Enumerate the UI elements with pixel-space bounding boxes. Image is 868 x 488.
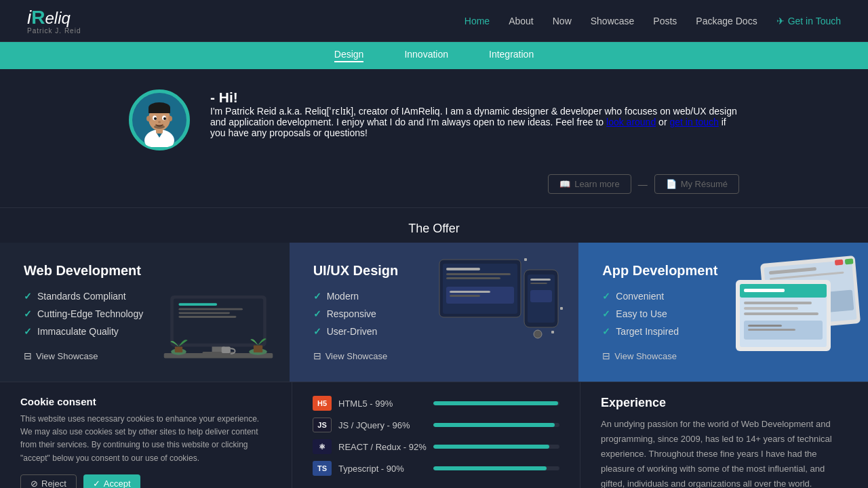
svg-rect-44 [530, 283, 547, 284]
avatar-image [132, 93, 186, 147]
svg-rect-39 [450, 295, 480, 297]
navigation: i R eliq Patrick J. Reid Home About Now … [0, 0, 868, 42]
experience-body: An undying passion for the world of Web … [601, 417, 848, 488]
svg-rect-24 [178, 308, 242, 310]
web-dev-illustration [161, 283, 283, 368]
svg-rect-38 [450, 291, 490, 293]
accept-icon: ✓ [93, 479, 100, 488]
svg-rect-25 [178, 312, 230, 314]
skill-react-label: REACT / Redux - 92% [338, 442, 427, 452]
tab-integration[interactable]: Integration [489, 49, 534, 62]
svg-rect-64 [748, 325, 782, 327]
book-icon: 📖 [559, 179, 570, 189]
svg-rect-61 [744, 307, 798, 310]
cookie-title: Cookie consent [20, 396, 271, 407]
skill-js-bar-bg [433, 423, 559, 427]
tab-innovation[interactable]: Innovation [404, 49, 448, 62]
svg-rect-28 [174, 347, 182, 352]
hero-bio: I'm Patrick Reid a.k.a. Reliq[ˈrɛlɪk], c… [210, 106, 739, 138]
reject-button[interactable]: ⊘ Reject [20, 474, 77, 488]
separator: — [638, 179, 648, 190]
svg-rect-60 [744, 302, 812, 304]
hero-text: - Hi! I'm Patrick Reid a.k.a. Reliq[ˈrɛl… [210, 89, 739, 150]
nav-cta-button[interactable]: ✈ Get in Touch [776, 16, 841, 26]
card-web-dev: Web Development Standards Compliant Cutt… [0, 243, 290, 382]
bio-or: or [656, 117, 669, 127]
card-app-dev: App Development Convenient Easy to Use T… [578, 243, 868, 382]
svg-rect-23 [178, 303, 217, 306]
nav-now[interactable]: Now [553, 16, 572, 26]
svg-rect-54 [835, 260, 844, 266]
app-dev-illustration [722, 253, 868, 377]
svg-point-14 [154, 117, 157, 120]
skill-react-bar-fill [433, 445, 549, 449]
nav-showcase[interactable]: Showcase [591, 16, 635, 26]
svg-rect-62 [744, 312, 818, 315]
nav-package-docs[interactable]: Package Docs [696, 16, 757, 26]
web-dev-title: Web Development [24, 263, 269, 279]
nav-about[interactable]: About [509, 16, 534, 26]
get-in-touch-link[interactable]: get in touch [669, 117, 718, 127]
resume-label: My Résumé [681, 179, 728, 189]
skills-section: H5 HTML5 - 99% JS JS / JQuery - 96% ⚛ RE… [292, 382, 580, 488]
logo: i R eliq Patrick J. Reid [27, 7, 81, 35]
svg-rect-35 [446, 273, 511, 275]
skill-html5-bar-bg [433, 401, 559, 405]
avatar [129, 89, 190, 150]
hero-actions: 📖 Learn more — 📄 My Résumé [88, 164, 780, 207]
hero-content-area: - Hi! I'm Patrick Reid a.k.a. Reliq[ˈrɛl… [88, 69, 780, 164]
offer-title: The Offer [0, 208, 868, 243]
svg-rect-36 [446, 277, 500, 279]
skill-ts-label: Typescript - 90% [338, 464, 427, 474]
logo-eliq: eliq [45, 9, 70, 28]
experience-section: Experience An undying passion for the wo… [580, 382, 868, 488]
learn-more-label: Learn more [574, 179, 619, 189]
tabs-bar: Design Innovation Integration [0, 42, 868, 69]
svg-rect-43 [530, 279, 551, 281]
experience-title: Experience [601, 396, 848, 410]
skill-html5-bar-fill [433, 401, 558, 405]
send-icon: ✈ [776, 16, 785, 26]
svg-rect-31 [221, 347, 230, 353]
skill-js-label: JS / JQuery - 96% [338, 420, 427, 430]
hero-section: - Hi! I'm Patrick Reid a.k.a. Reliq[ˈrɛl… [0, 69, 868, 208]
nav-cta-label: Get in Touch [788, 16, 841, 26]
nav-posts[interactable]: Posts [653, 16, 677, 26]
skill-ts: TS Typescript - 90% [313, 461, 559, 476]
reject-icon: ⊘ [31, 479, 38, 488]
svg-rect-59 [744, 289, 785, 292]
svg-rect-45 [530, 290, 552, 302]
js-icon: JS [313, 418, 332, 432]
svg-point-17 [154, 125, 165, 129]
skill-js: JS JS / JQuery - 96% [313, 418, 559, 432]
svg-point-16 [158, 121, 161, 123]
svg-rect-30 [254, 346, 262, 352]
skill-ts-bar-fill [433, 466, 547, 470]
tab-design[interactable]: Design [334, 49, 364, 62]
logo-r: R [31, 7, 45, 28]
look-around-link[interactable]: look around [606, 117, 656, 127]
bottom-row: Cookie consent This website uses necessa… [0, 382, 868, 488]
svg-rect-34 [446, 268, 480, 270]
accept-button[interactable]: ✓ Accept [83, 474, 140, 488]
avatar-container [129, 89, 190, 150]
svg-point-15 [163, 117, 166, 120]
skill-ts-bar-bg [433, 466, 559, 470]
hero-greeting: - Hi! [210, 89, 739, 106]
svg-rect-55 [845, 258, 854, 264]
resume-button[interactable]: 📄 My Résumé [654, 174, 739, 194]
ui-ux-illustration [433, 253, 568, 370]
skill-react-bar-bg [433, 445, 559, 449]
svg-rect-48 [560, 307, 563, 310]
learn-more-button[interactable]: 📖 Learn more [548, 174, 631, 194]
skill-html5: H5 HTML5 - 99% [313, 396, 559, 411]
svg-point-10 [146, 116, 151, 121]
nav-home[interactable]: Home [465, 16, 490, 26]
nav-links: Home About Now Showcase Posts Package Do… [465, 16, 841, 26]
cookie-body: This website uses necessary cookies to e… [20, 413, 271, 465]
react-icon: ⚛ [313, 439, 332, 454]
skill-react: ⚛ REACT / Redux - 92% [313, 439, 559, 454]
svg-point-11 [168, 116, 172, 121]
ts-icon: TS [313, 461, 332, 476]
cookie-buttons: ⊘ Reject ✓ Accept [20, 474, 271, 488]
